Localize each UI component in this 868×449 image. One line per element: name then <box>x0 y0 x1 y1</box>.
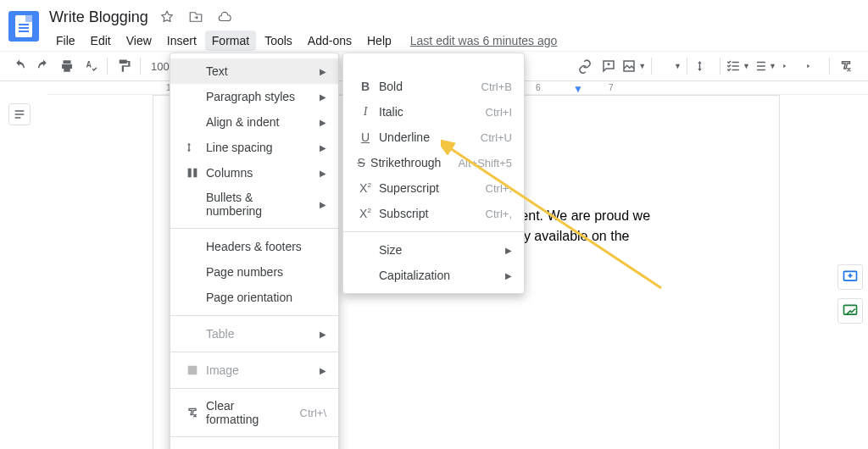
undo-button[interactable] <box>8 55 31 77</box>
format-align-indent[interactable]: Align & indent▶ <box>170 109 338 135</box>
text-subscript[interactable]: X2SubscriptCtrl+, <box>343 201 524 226</box>
menu-edit[interactable]: Edit <box>84 30 118 51</box>
format-page-numbers[interactable]: Page numbers <box>170 259 338 285</box>
right-indent-marker-icon[interactable]: ▼ <box>573 83 583 95</box>
docs-app-icon[interactable] <box>8 11 39 42</box>
align-button[interactable]: ▼ <box>657 55 682 77</box>
text-strikethrough[interactable]: SStrikethroughAlt+Shift+5 <box>343 150 524 175</box>
text-italic[interactable]: IItalicCtrl+I <box>343 99 524 125</box>
format-image: Image▶ <box>170 358 338 383</box>
add-comment-side-button[interactable] <box>837 264 863 290</box>
suggesting-side-button[interactable] <box>837 298 863 324</box>
menu-file[interactable]: File <box>49 30 82 51</box>
insert-image-button[interactable]: ▼ <box>621 55 646 77</box>
format-text[interactable]: Text▶ <box>170 58 338 84</box>
move-icon[interactable] <box>186 7 206 27</box>
format-line-spacing[interactable]: Line spacing▶ <box>170 135 338 160</box>
decrease-indent-button[interactable] <box>778 55 800 77</box>
bullet-list-button[interactable]: ▼ <box>752 55 776 77</box>
format-paragraph-styles[interactable]: Paragraph styles▶ <box>170 84 338 109</box>
menu-tools[interactable]: Tools <box>258 30 299 51</box>
format-table: Table▶ <box>170 321 338 346</box>
star-icon[interactable] <box>157 7 177 27</box>
menu-view[interactable]: View <box>120 30 159 51</box>
clear-formatting-button[interactable] <box>835 55 857 77</box>
page-text-line: ntly available on the <box>509 226 650 247</box>
increase-indent-button[interactable] <box>802 55 824 77</box>
outline-toggle-button[interactable] <box>8 103 31 125</box>
last-edit-link[interactable]: Last edit was 6 minutes ago <box>410 34 558 47</box>
format-clear-formatting[interactable]: Clear formattingCtrl+\ <box>170 394 338 431</box>
text-capitalization[interactable]: Capitalization▶ <box>343 263 524 288</box>
menu-addons[interactable]: Add-ons <box>301 30 359 51</box>
line-spacing-button[interactable] <box>693 55 715 77</box>
format-headers-footers[interactable]: Headers & footers <box>170 234 338 259</box>
menu-format[interactable]: Format <box>205 30 256 51</box>
insert-comment-button[interactable] <box>598 55 620 77</box>
page-text-line: ntent. We are proud we <box>509 206 650 226</box>
menu-insert[interactable]: Insert <box>160 30 203 51</box>
cloud-icon[interactable] <box>214 7 235 27</box>
menu-help[interactable]: Help <box>360 30 398 51</box>
paint-format-button[interactable] <box>113 55 135 77</box>
text-underline[interactable]: UUnderlineCtrl+U <box>343 125 524 150</box>
format-page-orientation[interactable]: Page orientation <box>170 285 338 310</box>
redo-button[interactable] <box>32 55 54 77</box>
format-dropdown: Text▶ Paragraph styles▶ Align & indent▶ … <box>170 53 339 449</box>
format-bullets-numbering[interactable]: Bullets & numbering▶ <box>170 186 338 223</box>
spellcheck-button[interactable] <box>80 55 102 77</box>
menubar: File Edit View Insert Format Tools Add-o… <box>49 30 860 51</box>
checklist-button[interactable]: ▼ <box>726 55 750 77</box>
format-columns[interactable]: Columns▶ <box>170 160 338 186</box>
text-bold[interactable]: BBoldCtrl+B <box>343 74 524 99</box>
insert-link-button[interactable] <box>574 55 596 77</box>
text-submenu: BBoldCtrl+B IItalicCtrl+I UUnderlineCtrl… <box>342 53 525 294</box>
format-borders-lines: Borders & lines▶ <box>170 442 338 449</box>
text-superscript[interactable]: X2SuperscriptCtrl+. <box>343 175 524 201</box>
doc-title[interactable]: Write Blogging <box>49 8 148 26</box>
print-button[interactable] <box>56 55 78 77</box>
text-size[interactable]: Size▶ <box>343 237 524 263</box>
